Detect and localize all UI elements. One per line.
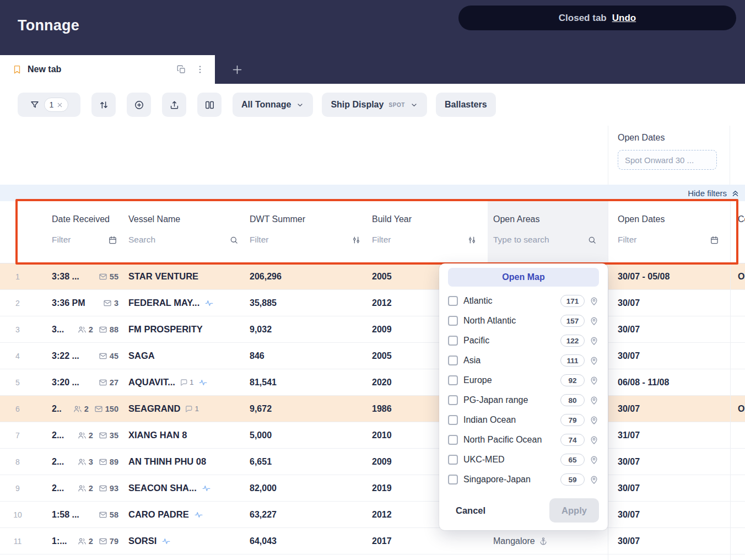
column-filter-input[interactable]: Filter <box>618 235 730 245</box>
area-option[interactable]: Atlantic 171 <box>448 291 599 311</box>
area-option[interactable]: North Atlantic 157 <box>448 311 599 331</box>
table-row[interactable]: 1 3:38 ... 55 STAR VENTURE 206,296 2005 … <box>0 263 745 290</box>
area-checkbox[interactable] <box>448 296 458 306</box>
column-filter-input[interactable]: Type to search <box>493 235 608 245</box>
cancel-button[interactable]: Cancel <box>448 505 493 516</box>
cell-dwt-summer: 9,672 <box>250 404 372 414</box>
area-checkbox[interactable] <box>448 475 458 484</box>
column-label: Build Year <box>372 214 488 224</box>
row-meta: 3 <box>103 299 118 308</box>
columns-button[interactable] <box>197 93 222 117</box>
area-checkbox[interactable] <box>448 316 458 326</box>
location-pin-icon[interactable] <box>589 356 599 365</box>
location-pin-icon[interactable] <box>589 415 599 425</box>
tab-new-tab[interactable]: New tab <box>0 55 215 84</box>
area-checkbox[interactable] <box>448 336 458 346</box>
cell-next-column-partial <box>730 528 745 554</box>
area-option[interactable]: Asia 111 <box>448 351 599 370</box>
table-row[interactable]: 4 3:22 ... 45 SAGA 846 2005 30/07 <box>0 343 745 369</box>
received-time: 1:... <box>52 536 67 546</box>
sliders-icon[interactable] <box>352 235 361 245</box>
column-filter-input[interactable]: Search <box>128 235 250 245</box>
received-time: 3:38 ... <box>52 272 79 282</box>
area-option[interactable]: Europe 92 <box>448 370 599 390</box>
area-checkbox[interactable] <box>448 435 458 445</box>
ship-display-dropdown[interactable]: Ship Display SPOT <box>322 93 427 117</box>
received-time: 2... <box>52 457 64 467</box>
open-dates-chip[interactable]: Spot Onward 30 ... <box>618 150 717 170</box>
table-row[interactable]: 11 1:... 2 79 SORSI 64,043 2017 Mangalor… <box>0 528 745 554</box>
table-row[interactable]: 12 <box>0 554 745 560</box>
calendar-icon[interactable] <box>108 235 117 245</box>
apply-button[interactable]: Apply <box>549 498 599 523</box>
table-row[interactable]: 10 1:58 ... 58 CARO PADRE 63,227 2012 30… <box>0 502 745 528</box>
vessel-name[interactable]: SEACON SHA... <box>128 483 197 493</box>
vessel-name[interactable]: XIANG HAN 8 <box>128 430 187 440</box>
table-row[interactable]: 8 2... 3 89 AN THINH PHU 08 6,651 2009 <box>0 449 745 475</box>
view-selector-dropdown[interactable]: All Tonnage <box>233 93 313 117</box>
vessel-name[interactable]: FM PROSPERITY <box>128 324 203 335</box>
mail-icon <box>103 299 112 308</box>
area-option[interactable]: North Pacific Ocean 74 <box>448 430 599 450</box>
column-filter-input[interactable]: Filter <box>52 235 128 245</box>
table-row[interactable]: 6 2.. 2 150 SEAGRAND 1 9,672 1 <box>0 396 745 422</box>
vessel-name[interactable]: SORSI <box>128 536 156 546</box>
open-map-button[interactable]: Open Map <box>448 268 599 287</box>
add-tab-button[interactable] <box>231 64 243 76</box>
area-checkbox[interactable] <box>448 356 458 365</box>
column-filter-input[interactable]: Filter <box>372 235 488 245</box>
location-pin-icon[interactable] <box>589 395 599 405</box>
people-icon <box>78 457 87 466</box>
app-window: Tonnage Closed tab Undo New tab 1 <box>0 0 745 560</box>
vessel-name[interactable]: AQUAVIT... <box>128 377 175 387</box>
vessel-name[interactable]: FEDERAL MAY... <box>128 298 199 308</box>
search-icon[interactable] <box>229 235 239 245</box>
tab-menu-icon[interactable] <box>195 64 205 74</box>
sort-button[interactable] <box>91 93 116 117</box>
location-pin-icon[interactable] <box>589 455 599 465</box>
cell-open-dates: 30/07 <box>608 528 730 554</box>
area-option[interactable]: Indian Ocean 79 <box>448 410 599 430</box>
duplicate-tab-icon[interactable] <box>176 64 186 74</box>
export-button[interactable] <box>162 93 186 117</box>
area-checkbox[interactable] <box>448 415 458 425</box>
location-pin-icon[interactable] <box>589 316 599 326</box>
clear-filter-icon[interactable] <box>57 102 63 108</box>
area-checkbox[interactable] <box>448 375 458 385</box>
open-dates-quick-filter: Open Dates Spot Onward 30 ... <box>608 126 730 185</box>
cell-build-year: 2017 <box>372 536 488 546</box>
column-label: Date Received <box>52 214 128 224</box>
table-row[interactable]: 9 2... 2 93 SEACON SHA... 82,000 2019 <box>0 475 745 502</box>
cell-date-received: 2... 3 89 <box>35 457 128 467</box>
ballasters-button[interactable]: Ballasters <box>436 93 496 117</box>
table-row[interactable]: 2 3:36 PM 3 FEDERAL MAY... 35,885 2012 3… <box>0 290 745 316</box>
area-option[interactable]: Singapore-Japan 59 <box>448 470 599 489</box>
vessel-name[interactable]: CARO PADRE <box>128 509 189 520</box>
search-icon[interactable] <box>587 235 597 245</box>
table-row[interactable]: 5 3:20 ... 27 AQUAVIT... 1 81,541 2020 <box>0 369 745 396</box>
location-pin-icon[interactable] <box>589 435 599 445</box>
area-option[interactable]: PG-Japan range 80 <box>448 390 599 410</box>
area-checkbox[interactable] <box>448 455 458 465</box>
vessel-name[interactable]: AN THINH PHU 08 <box>128 456 206 467</box>
filter-button[interactable]: 1 <box>18 93 80 117</box>
location-pin-icon[interactable] <box>589 336 599 346</box>
area-option[interactable]: Pacific 122 <box>448 331 599 351</box>
table-row[interactable]: 3 3... 2 88 FM PROSPERITY 9,032 2009 <box>0 316 745 343</box>
undo-link[interactable]: Undo <box>612 13 636 24</box>
mail-count: 93 <box>99 484 118 493</box>
sliders-icon[interactable] <box>467 235 477 245</box>
vessel-name[interactable]: SEAGRAND <box>128 403 180 414</box>
area-option[interactable]: UKC-MED 65 <box>448 450 599 470</box>
vessel-name[interactable]: SAGA <box>128 351 155 361</box>
hide-filters-bar[interactable]: Hide filters <box>0 185 745 201</box>
column-filter-input[interactable]: Filter <box>250 235 372 245</box>
location-pin-icon[interactable] <box>589 296 599 306</box>
vessel-name[interactable]: STAR VENTURE <box>128 271 198 282</box>
table-row[interactable]: 7 2... 2 35 XIANG HAN 8 5,000 2010 <box>0 422 745 449</box>
location-pin-icon[interactable] <box>589 375 599 385</box>
location-pin-icon[interactable] <box>589 475 599 484</box>
area-checkbox[interactable] <box>448 395 458 405</box>
calendar-icon[interactable] <box>710 235 719 245</box>
add-button[interactable] <box>127 93 151 117</box>
